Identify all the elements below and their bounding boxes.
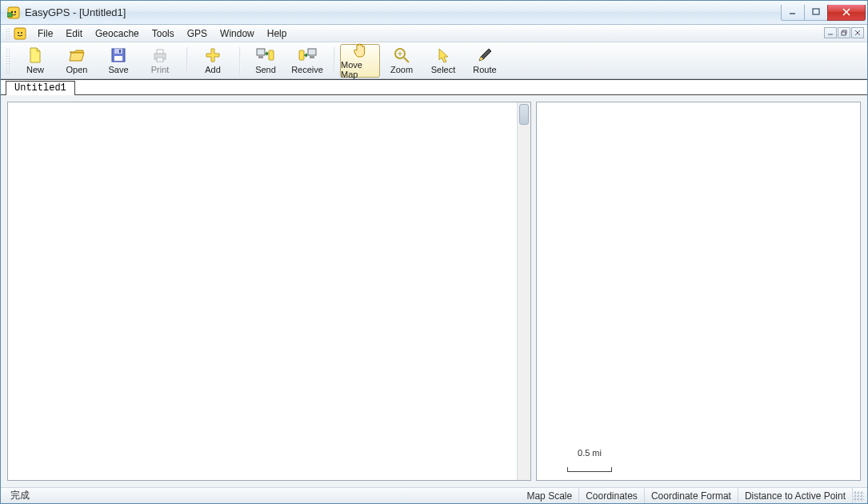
list-pane[interactable] — [7, 102, 531, 481]
titlebar: EasyGPS - [Untitled1] — [1, 1, 867, 25]
scale-bracket-icon — [567, 467, 612, 472]
menu-tools[interactable]: Tools — [146, 26, 181, 41]
open-button[interactable]: Open — [57, 44, 97, 78]
map-scale-label: 0.5 mi — [578, 448, 602, 458]
cursor-arrow-icon — [434, 46, 453, 64]
svg-rect-24 — [258, 56, 263, 58]
minimize-button[interactable] — [781, 5, 805, 21]
receive-from-gps-icon — [298, 46, 317, 64]
mdi-restore-button[interactable] — [838, 27, 850, 38]
svg-rect-8 — [14, 28, 26, 39]
select-button[interactable]: Select — [423, 44, 463, 78]
svg-rect-28 — [310, 56, 314, 58]
svg-line-30 — [404, 58, 409, 62]
status-map-scale[interactable]: Map Scale — [520, 488, 579, 503]
maximize-button[interactable] — [804, 5, 828, 21]
menu-window[interactable]: Window — [214, 26, 261, 41]
map-pane[interactable]: 0.5 mi — [536, 102, 861, 481]
menu-file[interactable]: File — [31, 26, 59, 41]
mdi-controls — [824, 27, 864, 38]
pencil-icon — [475, 46, 494, 64]
toolbar-label: Select — [431, 65, 456, 74]
svg-rect-19 — [119, 50, 121, 53]
menu-help[interactable]: Help — [261, 26, 294, 41]
toolbar-separator — [186, 47, 188, 74]
svg-rect-27 — [308, 49, 316, 55]
menubar-grip[interactable] — [6, 28, 10, 39]
window-controls — [782, 5, 866, 21]
statusbar: 完成 Map Scale Coordinates Coordinate Form… — [1, 487, 867, 503]
toolbar-label: Move Map — [341, 60, 379, 79]
toolbar: New Open Save Print Add — [1, 42, 867, 79]
printer-icon — [150, 46, 170, 64]
svg-rect-21 — [157, 50, 163, 54]
status-distance-active[interactable]: Distance to Active Point — [738, 488, 853, 503]
svg-rect-23 — [257, 49, 265, 55]
window-title: EasyGPS - [Untitled1] — [25, 6, 126, 18]
menu-geocache[interactable]: Geocache — [89, 26, 146, 41]
main-area: 0.5 mi — [1, 95, 867, 487]
toolbar-label: Open — [66, 65, 88, 74]
svg-rect-18 — [114, 56, 122, 61]
svg-point-2 — [14, 10, 16, 12]
route-button[interactable]: Route — [465, 44, 505, 78]
app-icon — [7, 6, 20, 19]
zoom-button[interactable]: Zoom — [382, 44, 422, 78]
add-plus-icon — [203, 46, 222, 64]
close-button[interactable] — [827, 5, 866, 21]
svg-rect-13 — [842, 32, 846, 35]
svg-rect-25 — [269, 50, 274, 60]
send-button[interactable]: Send — [246, 44, 286, 78]
status-coordinate-format[interactable]: Coordinate Format — [645, 488, 738, 503]
send-to-gps-icon — [256, 46, 275, 64]
toolbar-label: Receive — [291, 65, 323, 74]
menu-edit[interactable]: Edit — [59, 26, 89, 41]
document-tab-strip: Untitled1 — [1, 79, 867, 95]
toolbar-separator — [239, 47, 241, 74]
toolbar-grip[interactable] — [6, 48, 10, 74]
save-disk-icon — [109, 46, 128, 64]
resize-grip-icon[interactable] — [853, 490, 864, 502]
receive-button[interactable]: Receive — [287, 44, 327, 78]
svg-point-10 — [21, 32, 22, 34]
map-scale-bar: 0.5 mi — [567, 458, 612, 472]
svg-rect-3 — [7, 13, 12, 17]
toolbar-label: Send — [255, 65, 276, 74]
svg-rect-22 — [157, 58, 163, 62]
movemap-button[interactable]: Move Map — [340, 44, 380, 78]
new-button[interactable]: New — [15, 44, 55, 78]
open-folder-icon — [67, 46, 86, 64]
toolbar-label: New — [26, 65, 44, 74]
toolbar-separator — [334, 47, 335, 74]
toolbar-label: Route — [473, 65, 496, 74]
svg-point-9 — [18, 32, 19, 34]
toolbar-label: Print — [151, 65, 170, 74]
new-file-icon — [26, 46, 45, 64]
document-tab[interactable]: Untitled1 — [6, 81, 75, 95]
svg-rect-17 — [114, 49, 122, 54]
print-button[interactable]: Print — [140, 44, 180, 78]
status-message: 完成 — [4, 488, 36, 503]
zoom-magnifier-icon — [392, 46, 411, 64]
mdi-minimize-button[interactable] — [824, 27, 837, 38]
doc-icon — [14, 27, 26, 40]
svg-rect-26 — [299, 50, 304, 60]
svg-rect-5 — [813, 9, 819, 14]
app-window: EasyGPS - [Untitled1] File Edit Geocac — [0, 0, 868, 504]
menu-gps[interactable]: GPS — [181, 26, 214, 41]
hand-icon — [350, 42, 370, 59]
mdi-close-button[interactable] — [851, 27, 864, 38]
save-button[interactable]: Save — [98, 44, 138, 78]
add-button[interactable]: Add — [193, 44, 233, 78]
status-coordinates[interactable]: Coordinates — [579, 488, 645, 503]
scrollbar-thumb[interactable] — [519, 104, 529, 125]
vertical-scrollbar[interactable] — [517, 102, 530, 480]
toolbar-label: Save — [108, 65, 128, 74]
toolbar-label: Add — [205, 65, 221, 74]
toolbar-label: Zoom — [390, 65, 413, 74]
menubar: File Edit Geocache Tools GPS Window Help — [1, 25, 867, 42]
